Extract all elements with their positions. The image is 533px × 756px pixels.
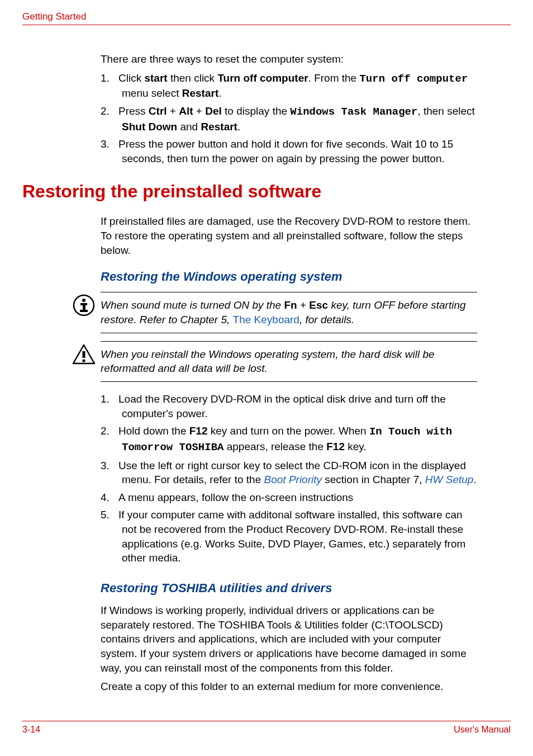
list-number: 3. [101,459,118,473]
subsection-heading: Restoring the Windows operating system [101,270,477,284]
boot-priority-link[interactable]: Boot Priority [264,474,322,485]
section-intro: If preinstalled files are damaged, use t… [101,214,477,257]
list-number: 1. [101,392,118,407]
manual-label: User's Manual [454,725,511,735]
list-number: 3. [101,137,118,152]
svg-rect-4 [80,310,88,312]
warning-icon [67,341,101,366]
intro-text: There are three ways to reset the comput… [101,52,477,67]
list-item: 2.Press Ctrl + Alt + Del to display the … [101,104,477,134]
list-number: 1. [101,71,118,86]
list-number: 2. [101,424,118,438]
keyboard-link[interactable]: The Keyboard [233,314,299,325]
page-header: Getting Started [22,11,511,22]
list-item: 3.Press the power button and hold it dow… [101,137,477,166]
list-number: 4. [101,490,118,505]
paragraph: If Windows is working properly, individu… [101,603,477,675]
note-text: When you reinstall the Windows operating… [101,341,477,382]
list-item: 5.If your computer came with additonal s… [101,508,477,565]
subsection-heading: Restoring TOSHIBA utilities and drivers [101,581,477,596]
list-item: 4.A menu appears, follow the on-screen i… [101,490,477,505]
info-note: When sound mute is turned ON by the Fn +… [67,292,511,333]
list-number: 2. [101,104,118,119]
reset-methods-list: 1.Click start then click Turn off comput… [101,71,477,166]
svg-point-6 [82,359,85,362]
note-text: When sound mute is turned ON by the Fn +… [101,292,477,333]
svg-point-1 [82,299,85,302]
restore-steps-list: 1.Load the Recovery DVD-ROM in the optic… [101,392,477,565]
page-footer: 3-14 User's Manual [22,721,511,735]
section-heading: Restoring the preinstalled software [22,181,511,202]
list-item: 2.Hold down the F12 key and turn on the … [101,424,477,455]
list-item: 1.Load the Recovery DVD-ROM in the optic… [101,392,477,420]
hw-setup-link[interactable]: HW Setup [425,474,474,485]
warning-note: When you reinstall the Windows operating… [67,341,511,382]
footer-rule [22,721,511,721]
list-number: 5. [101,508,118,522]
svg-rect-5 [83,351,85,358]
svg-rect-3 [83,303,85,311]
list-item: 1.Click start then click Turn off comput… [101,71,477,101]
header-rule [22,25,511,25]
paragraph: Create a copy of this folder to an exter… [101,679,477,694]
info-icon [67,292,101,316]
page-number: 3-14 [22,725,40,735]
list-item: 3.Use the left or right cursor key to se… [101,459,477,487]
